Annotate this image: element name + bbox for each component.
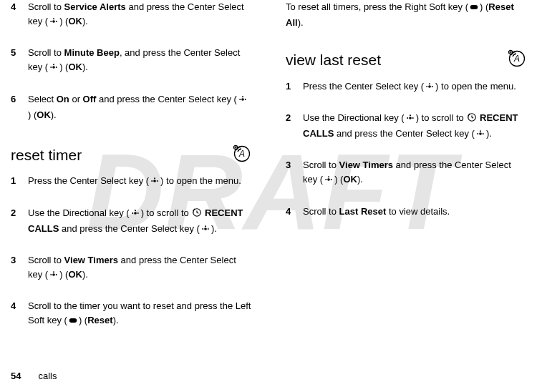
step-number: 2 xyxy=(11,206,28,237)
center-select-key-icon xyxy=(475,128,486,142)
center-select-key-icon xyxy=(424,81,435,95)
directional-key-icon xyxy=(130,207,141,222)
reset-all-paragraph: To reset all timers, press the Right Sof… xyxy=(286,0,526,30)
step-5-minute-beep: 5 Scroll to Minute Beep, and press the C… xyxy=(11,46,251,76)
step-text: Scroll to View Timers and press the Cent… xyxy=(303,158,526,188)
recent-calls-icon xyxy=(466,112,478,127)
view-step-4: 4 Scroll to Last Reset to view details. xyxy=(286,205,526,219)
center-select-key-icon xyxy=(149,175,160,190)
left-column: 4 Scroll to Service Alerts and press the… xyxy=(11,0,251,345)
heading-reset-timer: reset timer xyxy=(11,144,82,167)
step-text: Select On or Off and press the Center Se… xyxy=(28,92,251,122)
step-text: Scroll to Service Alerts and press the C… xyxy=(28,0,251,30)
right-column: To reset all timers, press the Right Sof… xyxy=(286,0,526,345)
step-text: Use the Directional key () to scroll to … xyxy=(28,206,251,237)
view-step-2: 2 Use the Directional key () to scroll t… xyxy=(286,111,526,142)
center-select-key-icon xyxy=(48,62,59,76)
step-number: 3 xyxy=(286,158,303,188)
page-number: 54 xyxy=(11,371,21,381)
reset-step-4: 4 Scroll to the timer you want to reset … xyxy=(11,299,251,329)
step-text: Scroll to View Timers and press the Cent… xyxy=(28,253,251,283)
center-select-key-icon xyxy=(237,94,248,108)
step-number: 2 xyxy=(286,111,303,142)
step-number: 1 xyxy=(11,174,28,190)
page-footer: 54calls xyxy=(11,369,57,383)
step-number: 5 xyxy=(11,46,28,76)
step-number: 6 xyxy=(11,92,28,122)
step-6-on-off: 6 Select On or Off and press the Center … xyxy=(11,92,251,122)
center-select-key-icon xyxy=(200,223,211,237)
heading-view-last-reset-row: view last reset xyxy=(286,43,526,79)
center-select-key-icon xyxy=(48,16,59,30)
center-select-key-icon xyxy=(323,174,334,188)
step-number: 1 xyxy=(286,79,303,95)
recent-calls-icon xyxy=(191,207,203,222)
step-text: Press the Center Select key () to open t… xyxy=(28,174,251,190)
step-text: Press the Center Select key () to open t… xyxy=(303,79,526,95)
step-number: 4 xyxy=(11,299,28,329)
step-number: 3 xyxy=(11,253,28,283)
step-4-service-alerts: 4 Scroll to Service Alerts and press the… xyxy=(11,0,251,30)
step-number: 4 xyxy=(286,205,303,219)
feature-badge-icon xyxy=(508,49,526,72)
view-step-3: 3 Scroll to View Timers and press the Ce… xyxy=(286,158,526,188)
heading-view-last-reset: view last reset xyxy=(286,49,381,72)
directional-key-icon xyxy=(405,112,416,127)
reset-step-3: 3 Scroll to View Timers and press the Ce… xyxy=(11,253,251,283)
center-select-key-icon xyxy=(48,269,59,283)
view-step-1: 1 Press the Center Select key () to open… xyxy=(286,79,526,95)
step-number: 4 xyxy=(11,0,28,30)
step-text: Use the Directional key () to scroll to … xyxy=(303,111,526,142)
heading-reset-timer-row: reset timer xyxy=(11,138,251,175)
section-name: calls xyxy=(38,371,57,381)
reset-step-2: 2 Use the Directional key () to scroll t… xyxy=(11,206,251,237)
step-text: Scroll to the timer you want to reset an… xyxy=(28,299,251,329)
reset-step-1: 1 Press the Center Select key () to open… xyxy=(11,174,251,190)
right-soft-key-icon xyxy=(468,1,480,16)
feature-badge-icon xyxy=(233,144,251,167)
step-text: Scroll to Last Reset to view details. xyxy=(303,205,526,219)
step-text: Scroll to Minute Beep, and press the Cen… xyxy=(28,46,251,76)
left-soft-key-icon xyxy=(67,315,79,329)
step-text: To reset all timers, press the Right Sof… xyxy=(286,0,526,30)
